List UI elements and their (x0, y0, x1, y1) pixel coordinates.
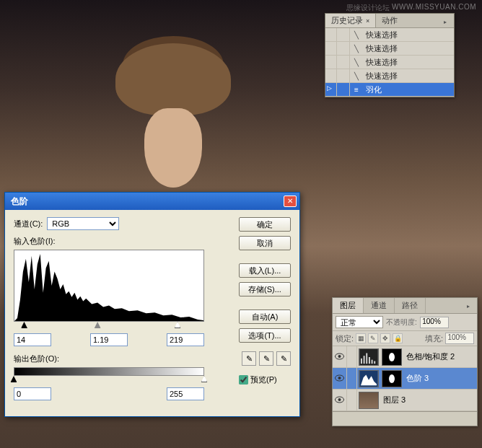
quick-select-icon: ╲ (350, 72, 363, 80)
output-white-field[interactable] (167, 387, 204, 400)
histogram (14, 250, 204, 322)
load-button[interactable]: 载入(L)... (239, 263, 291, 278)
layer-row-selected[interactable]: 色阶 3 (333, 368, 477, 390)
visibility-toggle[interactable] (333, 368, 347, 389)
blend-mode-select[interactable]: 正常 (336, 316, 383, 328)
channel-select[interactable]: RGB (47, 217, 119, 230)
output-black-handle[interactable] (11, 376, 17, 382)
dialog-title: 色阶 (8, 196, 284, 208)
panel-menu-icon[interactable] (444, 17, 451, 24)
visibility-toggle[interactable] (333, 346, 347, 367)
image-thumb (359, 392, 379, 409)
svg-rect-7 (372, 359, 373, 364)
levels-thumb (359, 370, 379, 387)
input-levels-label: 输入色阶(I): (14, 236, 230, 247)
svg-rect-8 (374, 361, 375, 364)
fill-field[interactable]: 100% (445, 333, 474, 344)
layer-row[interactable]: 色相/饱和度 2 (333, 346, 477, 368)
watermark-url: WWW.MISSYUAN.COM (392, 3, 476, 11)
panel-menu-icon[interactable] (467, 301, 474, 308)
output-black-field[interactable] (14, 387, 51, 400)
eye-icon (335, 396, 344, 405)
layer-name: 色阶 3 (403, 373, 477, 384)
tab-layers[interactable]: 图层 (333, 298, 364, 313)
eyedropper-black-icon[interactable]: ✎ (242, 351, 256, 366)
layers-footer (333, 411, 477, 426)
history-panel: 历史记录× 动作 ╲ 快速选择 ╲ 快速选择 ╲ 快速选择 ╲ 快速选择 ≡ 羽… (325, 13, 455, 97)
tab-paths[interactable]: 路径 (395, 298, 426, 313)
history-item[interactable]: ╲ 快速选择 (325, 69, 454, 83)
svg-rect-6 (369, 357, 370, 364)
output-gradient (14, 367, 204, 376)
levels-dialog: 色阶 ✕ 通道(C): RGB 输入色阶(I): (4, 192, 300, 417)
white-point-handle[interactable] (175, 322, 181, 328)
input-slider[interactable] (14, 322, 204, 332)
lock-position-icon[interactable]: ✥ (380, 333, 390, 343)
layers-panel: 图层 通道 路径 正常 不透明度: 100% 锁定: ▦ ✎ ✥ 🔒 填充: 1… (332, 297, 478, 426)
history-tabs: 历史记录× 动作 (325, 14, 454, 28)
svg-point-10 (338, 377, 341, 379)
history-list: ╲ 快速选择 ╲ 快速选择 ╲ 快速选择 ╲ 快速选择 ≡ 羽化 (325, 28, 454, 97)
svg-rect-4 (364, 356, 365, 364)
cancel-button[interactable]: 取消 (239, 236, 291, 250)
close-icon[interactable]: ✕ (284, 196, 297, 207)
eyedropper-gray-icon[interactable]: ✎ (259, 351, 273, 366)
preview-label: 预览(P) (250, 374, 277, 385)
eyedropper-white-icon[interactable]: ✎ (276, 351, 291, 366)
output-levels-label: 输出色阶(O): (14, 353, 230, 364)
quick-select-icon: ╲ (350, 58, 363, 66)
tab-history[interactable]: 历史记录× (325, 14, 376, 27)
quick-select-icon: ╲ (350, 45, 363, 53)
feather-icon: ≡ (350, 86, 363, 94)
options-button[interactable]: 选项(T)... (239, 328, 291, 343)
history-item-selected[interactable]: ≡ 羽化 (325, 83, 454, 97)
input-gamma-field[interactable] (90, 333, 128, 346)
eye-icon (335, 374, 344, 383)
watermark-text: 思缘设计论坛 (346, 3, 390, 13)
tab-channels[interactable]: 通道 (364, 298, 395, 313)
visibility-toggle[interactable] (333, 390, 347, 410)
input-black-field[interactable] (14, 333, 51, 346)
adjustment-thumb (359, 348, 379, 366)
lock-transparency-icon[interactable]: ▦ (356, 333, 366, 343)
svg-rect-5 (366, 353, 367, 364)
lock-paint-icon[interactable]: ✎ (368, 333, 378, 343)
fill-label: 填充: (425, 333, 443, 344)
eye-icon (335, 353, 344, 361)
layer-name: 图层 3 (380, 395, 477, 405)
channel-label: 通道(C): (14, 219, 43, 229)
svg-point-13 (338, 398, 341, 401)
tab-actions[interactable]: 动作 (376, 14, 403, 27)
history-item[interactable]: ╲ 快速选择 (325, 42, 454, 56)
opacity-label: 不透明度: (386, 317, 417, 328)
auto-button[interactable]: 自动(A) (239, 309, 291, 324)
svg-rect-3 (361, 358, 362, 363)
input-white-field[interactable] (167, 333, 204, 346)
lock-label: 锁定: (336, 333, 354, 344)
layer-name: 色相/饱和度 2 (403, 351, 477, 362)
quick-select-icon: ╲ (350, 31, 363, 39)
history-item[interactable]: ╲ 快速选择 (325, 56, 454, 69)
output-slider[interactable] (14, 376, 204, 386)
ok-button[interactable]: 确定 (239, 217, 291, 232)
opacity-field[interactable]: 100% (420, 317, 449, 328)
preview-checkbox[interactable] (239, 375, 248, 385)
mask-thumb (382, 348, 402, 366)
gamma-handle[interactable] (95, 322, 101, 328)
history-item[interactable]: ╲ 快速选择 (325, 28, 454, 42)
layer-list: 色相/饱和度 2 色阶 3 图层 3 (333, 346, 477, 411)
save-button[interactable]: 存储(S)... (239, 282, 291, 297)
dialog-titlebar[interactable]: 色阶 ✕ (5, 193, 299, 210)
lock-all-icon[interactable]: 🔒 (393, 333, 403, 343)
mask-thumb (382, 370, 402, 387)
output-white-handle[interactable] (201, 376, 208, 382)
svg-point-1 (338, 355, 341, 358)
layer-row[interactable]: 图层 3 (333, 390, 477, 411)
black-point-handle[interactable] (21, 322, 27, 328)
